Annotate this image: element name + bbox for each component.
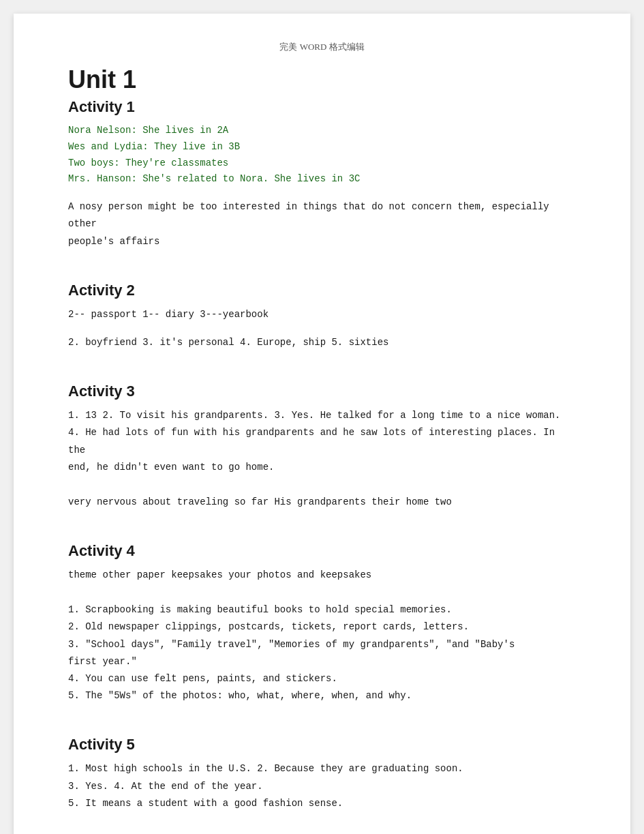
activity-1-title: Activity 1 [68, 98, 576, 116]
activity-1-green-lines: Nora Nelson: She lives in 2A Wes and Lyd… [68, 123, 576, 188]
page: 完美 WORD 格式编辑 Unit 1 Activity 1 Nora Nels… [14, 14, 630, 834]
activity-5-line-1: 1. Most high schools in the U.S. 2. Beca… [68, 760, 576, 777]
activity-5-line-2: 3. Yes. 4. At the end of the year. [68, 778, 576, 795]
activity-4-line-3: 2. Old newspaper clippings, postcards, t… [68, 619, 576, 636]
activity-3-line-1: 1. 13 2. To visit his grandparents. 3. Y… [68, 407, 576, 424]
activity-4-lines1: theme other paper keepsakes your photos … [68, 567, 576, 584]
activity-4-section: Activity 4 theme other paper keepsakes y… [68, 542, 576, 704]
activity-3-line-4: very nervous about traveling so far His … [68, 494, 576, 511]
activity-3-lines2: very nervous about traveling so far His … [68, 494, 576, 511]
activity-5-section: Activity 5 1. Most high schools in the U… [68, 736, 576, 812]
activity-4-lines2: 1. Scrapbooking is making beautiful book… [68, 601, 576, 704]
activity-1-line-1: Nora Nelson: She lives in 2A [68, 123, 576, 139]
activity-4-line-2: 1. Scrapbooking is making beautiful book… [68, 601, 576, 619]
activity-4-line-6: 4. You can use felt pens, paints, and st… [68, 670, 576, 687]
activity-2-section: Activity 2 2-- passport 1-- diary 3---ye… [68, 282, 576, 351]
activity-3-line-2: 4. He had lots of fun with his grandpare… [68, 424, 576, 458]
activity-1-line-3: Two boys: They're classmates [68, 155, 576, 172]
activity-4-line-4: 3. "School days", "Family travel", "Memo… [68, 636, 576, 653]
activity-1-black-lines: A nosy person might be too interested in… [68, 198, 576, 250]
activity-4-line-5: first year." [68, 653, 576, 670]
activity-2-line-1: 2-- passport 1-- diary 3---yearbook [68, 306, 576, 323]
activity-3-lines1: 1. 13 2. To visit his grandparents. 3. Y… [68, 407, 576, 476]
activity-2-line-2: 2. boyfriend 3. it's personal 4. Europe,… [68, 334, 576, 351]
top-watermark: 完美 WORD 格式编辑 [68, 41, 576, 53]
activity-3-section: Activity 3 1. 13 2. To visit his grandpa… [68, 383, 576, 511]
activity-4-title: Activity 4 [68, 542, 576, 560]
activity-2-lines1: 2-- passport 1-- diary 3---yearbook [68, 306, 576, 323]
activity-3-line-3: end, he didn't even want to go home. [68, 459, 576, 476]
activity-5-line-3: 5. It means a student with a good fashio… [68, 795, 576, 812]
activity-2-title: Activity 2 [68, 282, 576, 299]
activity-3-title: Activity 3 [68, 383, 576, 400]
activity-1-black-line-1: A nosy person might be too interested in… [68, 198, 576, 233]
activity-5-title: Activity 5 [68, 736, 576, 754]
unit-title: Unit 1 [68, 65, 576, 94]
activity-2-lines2: 2. boyfriend 3. it's personal 4. Europe,… [68, 334, 576, 351]
activity-4-line-1: theme other paper keepsakes your photos … [68, 567, 576, 584]
activity-1-black-line-2: people's affairs [68, 233, 576, 250]
activity-1-line-2: Wes and Lydia: They live in 3B [68, 139, 576, 155]
activity-1-line-4: Mrs. Hanson: She's related to Nora. She … [68, 171, 576, 188]
activity-1-section: Activity 1 Nora Nelson: She lives in 2A … [68, 98, 576, 250]
activity-4-line-7: 5. The "5Ws" of the photos: who, what, w… [68, 687, 576, 704]
activity-5-lines1: 1. Most high schools in the U.S. 2. Beca… [68, 760, 576, 812]
